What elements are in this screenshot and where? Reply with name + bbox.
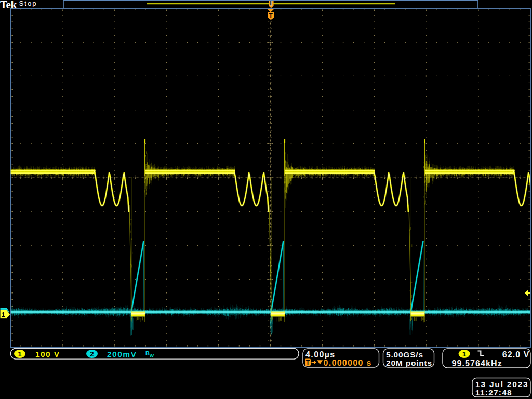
svg-text:99.5764kHz: 99.5764kHz (452, 359, 502, 368)
svg-text:T: T (269, 12, 273, 19)
svg-text:1: 1 (2, 311, 5, 318)
svg-text:1: 1 (462, 350, 467, 358)
svg-text:200mV: 200mV (107, 350, 137, 358)
svg-text:T: T (306, 359, 310, 366)
svg-text:4.00µs: 4.00µs (305, 350, 336, 359)
svg-text:13 Jul 2023: 13 Jul 2023 (475, 380, 529, 389)
svg-text:62.0 V: 62.0 V (502, 350, 530, 359)
svg-text:11:27:48: 11:27:48 (475, 388, 512, 397)
svg-text:B: B (145, 350, 150, 356)
svg-text:2: 2 (90, 350, 94, 358)
svg-text:Tek: Tek (0, 0, 17, 11)
svg-text:1: 1 (18, 350, 22, 358)
svg-text:20M points: 20M points (386, 358, 432, 367)
svg-text:W: W (150, 353, 154, 358)
svg-text:100 V: 100 V (35, 350, 60, 358)
svg-text:0.000000 s: 0.000000 s (324, 358, 372, 367)
svg-text:5.00GS/s: 5.00GS/s (386, 350, 423, 359)
svg-text:Stop: Stop (19, 0, 37, 7)
